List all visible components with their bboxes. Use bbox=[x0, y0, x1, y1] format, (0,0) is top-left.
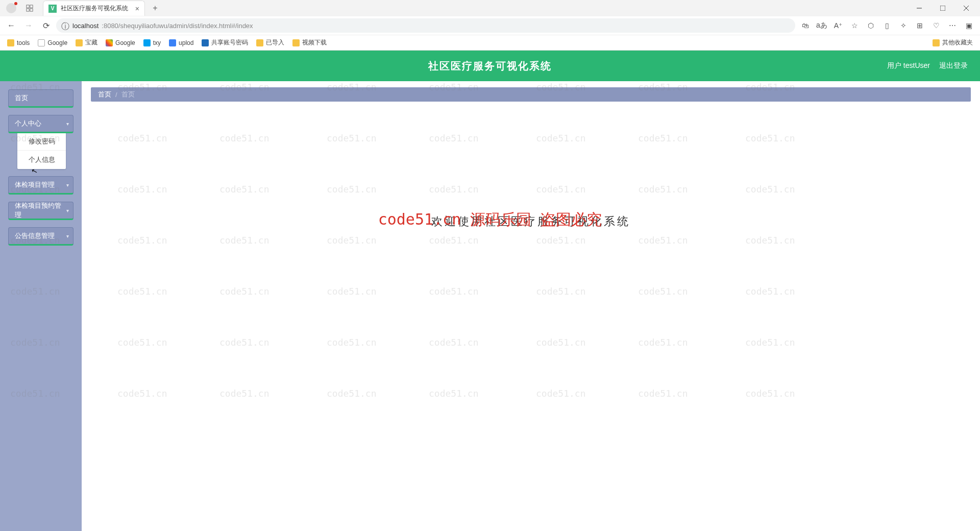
bookmark-video[interactable]: 视频下载 bbox=[289, 37, 330, 49]
submenu-change-password[interactable]: 修改密码 bbox=[17, 132, 66, 151]
extension-icon[interactable]: ⬡ bbox=[864, 18, 878, 33]
bookmark-google[interactable]: Google bbox=[35, 38, 70, 48]
bookmark-google2[interactable]: Google bbox=[103, 38, 138, 48]
performance-icon[interactable]: ♡ bbox=[929, 18, 943, 33]
bookmark-imported[interactable]: 已导入 bbox=[253, 37, 287, 49]
folder-icon bbox=[76, 39, 83, 46]
read-aloud-icon[interactable]: A⁺ bbox=[831, 18, 845, 33]
user-label[interactable]: 用户 testUser bbox=[887, 61, 930, 70]
forward-button[interactable]: → bbox=[21, 18, 36, 33]
submenu-profile[interactable]: 个人信息 ↖ bbox=[17, 151, 66, 169]
new-tab-button[interactable]: + bbox=[148, 1, 162, 15]
back-button[interactable]: ← bbox=[4, 18, 18, 33]
svg-rect-0 bbox=[27, 5, 29, 8]
chevron-down-icon: ▾ bbox=[66, 182, 69, 188]
sidebar-item-notice[interactable]: 公告信息管理 ▾ bbox=[8, 227, 74, 246]
folder-icon bbox=[7, 39, 14, 46]
shopping-icon[interactable]: 🛍 bbox=[798, 18, 813, 33]
svg-rect-2 bbox=[27, 9, 29, 11]
translate-icon[interactable]: aあ bbox=[815, 18, 829, 33]
bookmark-txy[interactable]: txy bbox=[140, 38, 164, 48]
google-icon bbox=[106, 39, 113, 46]
welcome-message: 欢迎使用社区医疗服务可视化系统 bbox=[91, 214, 971, 229]
bookmark-share[interactable]: 共享账号密码 bbox=[199, 37, 251, 49]
close-window-button[interactable] bbox=[954, 0, 978, 16]
folder-icon bbox=[933, 39, 940, 46]
app-header: 社区医疗服务可视化系统 用户 testUser 退出登录 bbox=[0, 51, 980, 81]
favorites-bar-icon[interactable]: ✧ bbox=[896, 18, 911, 33]
collections-icon[interactable]: ⊞ bbox=[913, 18, 927, 33]
chevron-down-icon: ▾ bbox=[66, 233, 69, 239]
breadcrumb: 首页 / 首页 bbox=[91, 87, 971, 102]
breadcrumb-current: 首页 bbox=[121, 90, 135, 99]
profile-avatar[interactable] bbox=[6, 3, 16, 13]
svg-rect-1 bbox=[30, 5, 33, 8]
page-icon bbox=[38, 39, 45, 46]
breadcrumb-root[interactable]: 首页 bbox=[98, 90, 111, 99]
vue-favicon-icon: V bbox=[48, 5, 57, 13]
site-icon bbox=[143, 39, 151, 46]
url-path: :8080/shequyiliaofuwu/admin/dist/index.h… bbox=[102, 22, 253, 30]
split-screen-icon[interactable]: ▯ bbox=[880, 18, 894, 33]
submenu-personal: 修改密码 个人信息 ↖ bbox=[17, 132, 66, 169]
maximize-button[interactable] bbox=[931, 0, 954, 16]
chevron-down-icon: ▾ bbox=[66, 121, 69, 127]
svg-rect-5 bbox=[940, 6, 945, 11]
menu-icon[interactable]: ⋯ bbox=[945, 18, 960, 33]
bookmarks-bar: tools Google 宝藏 Google txy uplod 共享账号密码 … bbox=[0, 35, 980, 50]
url-host: localhost bbox=[72, 22, 99, 30]
sidebar-toggle-icon[interactable]: ▣ bbox=[962, 18, 976, 33]
refresh-button[interactable]: ⟳ bbox=[39, 18, 53, 33]
favorite-icon[interactable]: ☆ bbox=[847, 18, 862, 33]
bookmark-tools[interactable]: tools bbox=[4, 38, 33, 48]
svg-rect-3 bbox=[30, 9, 33, 11]
cursor-icon: ↖ bbox=[31, 166, 39, 176]
tab-overview-button[interactable] bbox=[23, 2, 36, 14]
close-tab-icon[interactable]: × bbox=[135, 5, 139, 13]
sidebar-item-checkup[interactable]: 体检项目管理 ▾ bbox=[8, 176, 74, 195]
browser-tab[interactable]: V 社区医疗服务可视化系统 × bbox=[43, 1, 145, 16]
site-info-icon[interactable]: ⓘ bbox=[61, 21, 69, 30]
site-icon bbox=[169, 39, 176, 46]
other-bookmarks[interactable]: 其他收藏夹 bbox=[929, 37, 976, 49]
sidebar-item-personal[interactable]: 个人中心 ▾ bbox=[8, 115, 74, 133]
bookmark-baozang[interactable]: 宝藏 bbox=[72, 37, 101, 49]
logout-link[interactable]: 退出登录 bbox=[939, 61, 968, 70]
folder-icon bbox=[256, 39, 263, 46]
bookmark-uplod[interactable]: uplod bbox=[166, 38, 197, 48]
sidebar: 首页 个人中心 ▾ 修改密码 个人信息 ↖ 体检项目管理 ▾ 体检项目预约管理 … bbox=[0, 81, 82, 531]
browser-titlebar: V 社区医疗服务可视化系统 × + bbox=[0, 0, 980, 16]
tab-title: 社区医疗服务可视化系统 bbox=[61, 4, 131, 13]
folder-icon bbox=[292, 39, 300, 46]
site-icon bbox=[202, 39, 209, 46]
main-content: 首页 / 首页 欢迎使用社区医疗服务可视化系统 bbox=[82, 81, 980, 531]
sidebar-item-home[interactable]: 首页 bbox=[8, 89, 74, 108]
app-title: 社区医疗服务可视化系统 bbox=[428, 59, 552, 73]
address-bar[interactable]: ⓘ localhost:8080/shequyiliaofuwu/admin/d… bbox=[56, 18, 795, 33]
chevron-down-icon: ▾ bbox=[66, 208, 69, 213]
sidebar-item-checkup-reserve[interactable]: 体检项目预约管理 ▾ bbox=[8, 202, 74, 220]
minimize-button[interactable] bbox=[908, 0, 931, 16]
browser-navbar: ← → ⟳ ⓘ localhost:8080/shequyiliaofuwu/a… bbox=[0, 16, 980, 35]
